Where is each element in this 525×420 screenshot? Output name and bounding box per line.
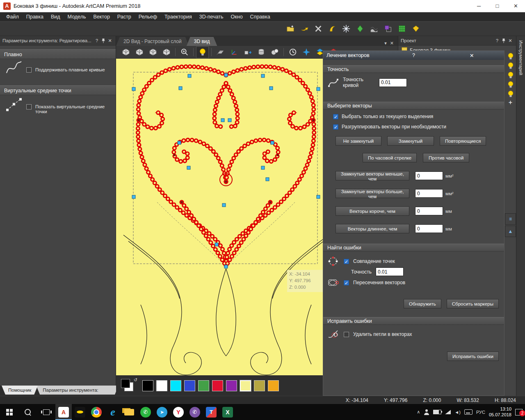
vd-filter-input-3[interactable] bbox=[415, 207, 443, 215]
vd-filter-button-3[interactable]: Векторы короче, чем bbox=[336, 206, 409, 216]
vd-filter-input-2[interactable] bbox=[415, 189, 443, 198]
maximize-button[interactable]: □ bbox=[488, 0, 507, 12]
relief-stack-icon[interactable] bbox=[368, 23, 380, 34]
block-purple-icon[interactable] bbox=[382, 23, 394, 34]
coincident-points-checkbox[interactable] bbox=[344, 259, 349, 264]
swap-colors-icon[interactable]: ↺ bbox=[134, 377, 137, 383]
ungroup-vectors-checkbox[interactable] bbox=[333, 124, 338, 130]
assistant-bulb-icon[interactable] bbox=[507, 70, 515, 80]
cylinder-icon[interactable] bbox=[255, 46, 267, 58]
menu-item-3[interactable]: Вид bbox=[47, 13, 64, 21]
tabbar-close-icon[interactable]: ✕ bbox=[390, 41, 394, 46]
close-icon[interactable]: ✕ bbox=[443, 52, 501, 59]
tab-3d-view[interactable]: 3D вид bbox=[187, 37, 217, 46]
select-closed-vectors-button[interactable]: Замкнутый bbox=[387, 136, 434, 146]
menu-item-7[interactable]: Рельеф bbox=[135, 13, 161, 21]
select-duplicate-vectors-button[interactable]: Повторяющиеся bbox=[440, 136, 486, 146]
axes-icon[interactable] bbox=[228, 46, 240, 58]
dock-panel-button[interactable]: ≡ bbox=[505, 213, 516, 225]
palette-swatch-9[interactable] bbox=[254, 380, 265, 391]
primary-color-swatch[interactable] bbox=[121, 379, 130, 388]
select-open-vectors-button[interactable]: Не замкнутый bbox=[336, 136, 381, 146]
menu-item-11[interactable]: Справка bbox=[247, 13, 274, 21]
find-tolerance-input[interactable] bbox=[376, 267, 404, 276]
gem-green-icon[interactable] bbox=[354, 23, 366, 34]
tab-tool-parameters[interactable]: Параметры инструмента: Реда... bbox=[36, 386, 119, 395]
task-view-button[interactable] bbox=[37, 404, 55, 420]
taskbar-app-viber[interactable]: ✆ bbox=[187, 404, 203, 420]
snowflake-icon[interactable] bbox=[340, 23, 352, 34]
hidden-icons-chevron-icon[interactable]: ∧ bbox=[417, 409, 420, 415]
bulb-icon[interactable] bbox=[196, 46, 209, 58]
taskbar-app-whatsapp[interactable]: ✆ bbox=[137, 404, 154, 420]
palette-swatch-7[interactable] bbox=[226, 380, 237, 391]
detect-errors-button[interactable]: Обнаружить bbox=[404, 299, 441, 308]
vd-filter-button-2[interactable]: Замкнутые векторы больше, чем bbox=[336, 189, 409, 198]
clock-icon[interactable] bbox=[286, 46, 299, 58]
gem-yellow-icon[interactable] bbox=[410, 23, 422, 34]
tab-2d-view[interactable]: 2D Вид - Растровый слой bbox=[116, 37, 189, 46]
palette-swatch-6[interactable] bbox=[212, 380, 223, 391]
help-icon[interactable]: ? bbox=[94, 37, 100, 44]
close-icon[interactable]: ✕ bbox=[107, 37, 113, 44]
assistant-bulb-icon[interactable] bbox=[507, 61, 515, 70]
expand-panel-button[interactable]: ▲ bbox=[505, 226, 516, 237]
minimize-button[interactable]: ─ bbox=[470, 0, 488, 12]
vd-filter-button-4[interactable]: Векторы длиннее, чем bbox=[336, 224, 409, 233]
palette-swatch-1[interactable] bbox=[142, 380, 153, 391]
menu-item-2[interactable]: Правка bbox=[23, 13, 47, 21]
color-selector[interactable]: ↺ bbox=[119, 377, 138, 394]
pin-icon[interactable] bbox=[100, 37, 107, 44]
taskbar-app-edge[interactable]: e bbox=[105, 404, 121, 420]
tab-assistant[interactable]: Помощник bbox=[2, 386, 38, 395]
taskbar-app-translator[interactable]: T bbox=[203, 404, 219, 420]
close-icon[interactable]: ✕ bbox=[507, 37, 514, 44]
palette-swatch-2[interactable] bbox=[156, 380, 167, 391]
vd-filter-input-1[interactable] bbox=[415, 171, 443, 180]
taskbar-search-button[interactable] bbox=[18, 404, 37, 420]
mesh-green-icon[interactable] bbox=[396, 23, 408, 34]
help-icon[interactable]: ? bbox=[385, 52, 443, 58]
keyboard-icon[interactable] bbox=[464, 409, 472, 415]
folder-new-icon[interactable] bbox=[285, 23, 296, 34]
battery-icon[interactable] bbox=[433, 410, 441, 414]
cube-iso-icon[interactable] bbox=[119, 46, 132, 58]
start-button[interactable] bbox=[0, 404, 18, 420]
spheres-icon[interactable] bbox=[268, 46, 281, 58]
vd-filter-button-1[interactable]: Замкнутые векторы меньше, чем bbox=[336, 171, 409, 180]
palette-swatch-3[interactable] bbox=[170, 380, 181, 391]
assistant-bulb-icon[interactable] bbox=[507, 89, 515, 98]
taskbar-app-explorer[interactable] bbox=[121, 404, 137, 420]
palette-swatch-5[interactable] bbox=[198, 380, 209, 391]
taskbar-app-excel[interactable]: X bbox=[219, 404, 236, 420]
vector-intersections-checkbox[interactable] bbox=[344, 280, 349, 285]
taskbar-app-telegram[interactable]: ➤ bbox=[154, 404, 170, 420]
volume-icon[interactable]: ◄) bbox=[454, 410, 461, 415]
taskbar-app-yandex[interactable]: Y bbox=[170, 404, 187, 420]
palette-swatch-10[interactable] bbox=[268, 380, 279, 391]
language-indicator[interactable]: РУС bbox=[476, 410, 485, 415]
taskbar-app-chrome[interactable] bbox=[88, 404, 105, 420]
export-arrow-icon[interactable] bbox=[299, 23, 310, 34]
select-from-selection-checkbox[interactable] bbox=[333, 114, 338, 119]
curve-tolerance-input[interactable] bbox=[379, 78, 407, 87]
zoom-icon[interactable] bbox=[178, 46, 191, 58]
reset-markers-button[interactable]: Сбросить маркеры bbox=[447, 299, 499, 308]
show-virtual-midpoints-checkbox[interactable] bbox=[26, 104, 32, 110]
assistant-bulb-icon[interactable] bbox=[507, 80, 515, 89]
help-icon[interactable]: ? bbox=[494, 37, 500, 44]
menu-item-8[interactable]: Траектория bbox=[161, 13, 196, 21]
notification-center-icon[interactable]: 2 bbox=[515, 409, 523, 415]
menu-item-10[interactable]: Окно bbox=[227, 13, 247, 21]
taskbar-app-batman[interactable] bbox=[72, 404, 88, 420]
remove-loops-checkbox[interactable] bbox=[344, 332, 349, 337]
menu-item-5[interactable]: Вектор bbox=[89, 13, 113, 21]
menu-item-6[interactable]: Растр bbox=[114, 13, 135, 21]
assistant-bulb-icon[interactable] bbox=[507, 51, 515, 61]
people-icon[interactable] bbox=[424, 409, 429, 415]
chevron-down-icon[interactable]: ▾ bbox=[384, 41, 387, 46]
palette-swatch-4[interactable] bbox=[184, 380, 195, 391]
pin-icon[interactable] bbox=[500, 37, 507, 44]
menu-item-1[interactable]: Файл bbox=[2, 13, 23, 21]
star-icon[interactable] bbox=[300, 46, 313, 58]
